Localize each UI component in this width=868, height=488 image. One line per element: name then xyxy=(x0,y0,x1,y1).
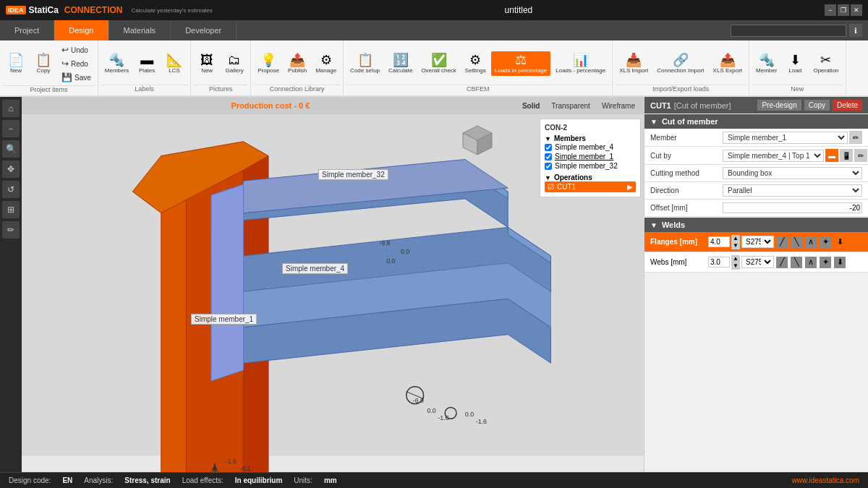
members-button[interactable]: 🔩 Members xyxy=(101,51,132,76)
flanges-weld-type-4-icon[interactable]: ✦ xyxy=(820,236,831,248)
publish-button[interactable]: 📤 Publish xyxy=(284,51,310,76)
delete-operation-button[interactable]: Delete xyxy=(833,100,862,111)
xls-export-button[interactable]: 📤 XLS Export xyxy=(710,51,746,76)
lcs-button[interactable]: 📐 LCS xyxy=(161,51,187,76)
info-button[interactable]: ℹ xyxy=(849,24,862,37)
tab-materials[interactable]: Materials xyxy=(109,20,171,40)
operations-section-toggle[interactable]: ▼ Operations xyxy=(545,174,636,181)
new-button[interactable]: 📄 New xyxy=(3,51,29,76)
member-1-label: Simple member_1 xyxy=(555,153,613,160)
settings-button[interactable]: ⚙ Settings xyxy=(461,51,490,76)
offset-property-row: Offset [mm] xyxy=(644,200,868,217)
gallery-button[interactable]: 🗂 Gallery xyxy=(221,51,247,76)
home-tool[interactable]: ⌂ xyxy=(2,100,20,117)
flanges-increment-button[interactable]: ▲ xyxy=(731,235,740,242)
flanges-weld-type-3-icon[interactable]: ∧ xyxy=(805,236,817,248)
member-new-button[interactable]: 🔩 Member xyxy=(752,51,780,76)
member-4-checkbox[interactable] xyxy=(545,144,552,151)
webs-weld-type-1-icon[interactable]: ╱ xyxy=(776,257,788,268)
cut-by-select[interactable]: Simple member_4 | Top 1 xyxy=(723,150,824,162)
tab-developer[interactable]: Developer xyxy=(171,20,237,40)
propose-button[interactable]: 💡 Propose xyxy=(254,51,283,76)
minimize-button[interactable]: − xyxy=(825,4,836,16)
cut-by-rect-icon-button[interactable]: ▬ xyxy=(825,149,838,162)
undo-button[interactable]: ↩ Undo xyxy=(58,43,95,56)
xls-import-button[interactable]: 📥 XLS Import xyxy=(616,51,652,76)
propose-icon: 💡 xyxy=(260,53,276,67)
webs-weld-type-4-icon[interactable]: ✦ xyxy=(820,257,831,268)
offset-input[interactable] xyxy=(723,202,862,213)
webs-decrement-button[interactable]: ▼ xyxy=(731,262,740,270)
flanges-weld-type-2-icon[interactable]: ╲ xyxy=(791,236,802,248)
copy-operation-button[interactable]: Copy xyxy=(804,100,830,111)
view-transparent-button[interactable]: Transparent xyxy=(548,101,593,111)
idea-brand: IDEA xyxy=(6,6,26,14)
member-list-item[interactable]: Simple member_32 xyxy=(545,161,636,171)
cut1-operation[interactable]: ☑ CUT1 ▶ xyxy=(545,181,636,192)
overall-check-button[interactable]: ✅ Overall check xyxy=(417,51,459,76)
operation-new-button[interactable]: ✂ Operation xyxy=(809,51,842,76)
cut-by-phone-icon-button[interactable]: 📱 xyxy=(840,149,853,162)
save-button[interactable]: 💾 Save xyxy=(58,71,95,84)
redo-button[interactable]: ↪ Redo xyxy=(58,57,95,70)
connection-import-button[interactable]: 🔗 Connection Import xyxy=(653,51,707,76)
member-edit-button[interactable]: ✏ xyxy=(849,131,862,144)
new-picture-button[interactable]: 🖼 New xyxy=(194,51,220,76)
3d-viewport[interactable]: Production cost - 0 € Solid Transparent … xyxy=(22,97,644,472)
search-input[interactable] xyxy=(731,25,846,37)
tab-design[interactable]: Design xyxy=(54,20,109,40)
restore-button[interactable]: ❐ xyxy=(838,4,849,16)
tab-project[interactable]: Project xyxy=(0,20,54,40)
fit-tool[interactable]: ⊞ xyxy=(2,201,20,218)
member-32-checkbox[interactable] xyxy=(545,163,552,170)
webs-increment-button[interactable]: ▲ xyxy=(731,255,740,262)
plates-icon: ▬ xyxy=(140,53,153,67)
close-button[interactable]: ✕ xyxy=(851,4,862,16)
rotate-tool[interactable]: ↺ xyxy=(2,181,20,198)
load-new-button[interactable]: ⬇ Load xyxy=(782,51,808,76)
view-solid-button[interactable]: Solid xyxy=(519,101,542,111)
zoom-out-tool[interactable]: － xyxy=(2,120,20,137)
member-select[interactable]: Simple member_1 xyxy=(723,132,848,144)
loads-pct-button[interactable]: ⚖ Loads in percentage xyxy=(491,51,551,76)
cut-by-edit-button[interactable]: ✏ xyxy=(854,149,867,162)
direction-select[interactable]: Parallel xyxy=(723,184,862,197)
webs-material-select[interactable]: S275 xyxy=(741,256,774,268)
flanges-value-input[interactable] xyxy=(708,236,730,247)
webs-weld-type-2-icon[interactable]: ╲ xyxy=(791,257,802,268)
calculate-button[interactable]: 🔢 Calculate xyxy=(385,51,416,76)
member-1-checkbox[interactable] xyxy=(545,153,552,160)
view-cube[interactable] xyxy=(456,119,499,162)
member-list-item[interactable]: Simple member_1 xyxy=(545,152,636,161)
members-section-toggle[interactable]: ▼ Members xyxy=(545,134,636,142)
code-setup-button[interactable]: 📋 Code setup xyxy=(346,51,383,76)
flanges-weld-type-1-icon[interactable]: ╱ xyxy=(776,236,788,248)
flanges-material-select[interactable]: S275 xyxy=(741,236,774,248)
pictures-group-label: Pictures xyxy=(194,85,247,94)
overall-check-label: Overall check xyxy=(421,67,456,74)
welds-section[interactable]: ▼ Welds xyxy=(644,218,868,232)
flanges-decrement-button[interactable]: ▼ xyxy=(731,242,740,249)
pan-tool[interactable]: ✥ xyxy=(2,160,20,178)
zoom-in-tool[interactable]: 🔍 xyxy=(2,140,20,158)
webs-weld-type-3-icon[interactable]: ∧ xyxy=(805,257,817,268)
view-wireframe-button[interactable]: Wireframe xyxy=(599,101,638,111)
loads-val-button[interactable]: 📊 Loads - percentage xyxy=(552,51,609,76)
annotate-tool[interactable]: ✏ xyxy=(2,221,20,239)
flanges-weld-download-icon[interactable]: ⬇ xyxy=(834,236,846,248)
undo-redo-group: ↩ Undo ↪ Redo 💾 Save xyxy=(58,43,95,84)
predesign-button[interactable]: Pre-design xyxy=(757,100,801,111)
copy-button[interactable]: 📋 Copy xyxy=(30,51,56,76)
cut1-label: CUT1 xyxy=(557,183,576,191)
webs-weld-download-icon[interactable]: ⬇ xyxy=(834,257,846,268)
cbfem-group-label: CBFEM xyxy=(346,85,609,94)
cut-of-member-section[interactable]: ▼ Cut of member xyxy=(644,114,868,129)
svg-text:-1.6: -1.6 xyxy=(438,414,448,421)
manage-button[interactable]: ⚙ Manage xyxy=(312,51,340,76)
webs-value-input[interactable] xyxy=(708,257,730,267)
cutting-method-select[interactable]: Bounding box xyxy=(723,167,862,179)
cut1-arrow-icon: ▶ xyxy=(627,183,633,191)
prod-cost-label: Production cost xyxy=(231,101,292,110)
member-list-item[interactable]: Simple member_4 xyxy=(545,142,636,152)
plates-button[interactable]: ▬ Plates xyxy=(134,51,160,76)
